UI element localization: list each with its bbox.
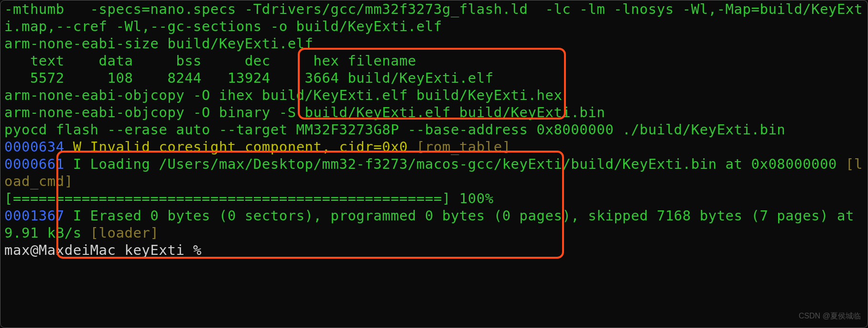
output-line: -mthumb -specs=nano.specs -Tdrivers/gcc/… xyxy=(4,1,863,34)
terminal-output: -mthumb -specs=nano.specs -Tdrivers/gcc/… xyxy=(4,0,864,259)
log-timestamp: 0001367 xyxy=(4,208,65,224)
log-level-warn: W xyxy=(65,139,90,155)
prompt-user-host: max@MaxdeiMac xyxy=(4,242,124,258)
log-message: Loading /Users/max/Desktop/mm32-f3273/ma… xyxy=(90,156,846,172)
size-values: 5572 108 8244 13924 3664 build/KeyExti.e… xyxy=(4,70,494,86)
output-line: arm-none-eabi-objcopy -O binary -S build… xyxy=(4,104,605,120)
terminal-window[interactable]: -mthumb -specs=nano.specs -Tdrivers/gcc/… xyxy=(0,0,868,328)
log-level-info: I xyxy=(65,208,90,224)
watermark-text: CSDN @夏侯城临 xyxy=(799,307,861,325)
prompt-cwd: keyExti xyxy=(124,242,184,258)
progress-bar: [=======================================… xyxy=(4,190,494,207)
size-header: text data bss dec hex filename xyxy=(4,53,416,69)
log-source-tag: [loader] xyxy=(90,225,159,241)
log-level-info: I xyxy=(65,156,90,172)
log-message: Invalid coresight component, cidr=0x0 xyxy=(90,139,416,155)
output-line: pyocd flash --erase auto --target MM32F3… xyxy=(4,121,785,138)
prompt-symbol: % xyxy=(184,242,210,258)
log-timestamp: 0000661 xyxy=(4,156,65,172)
output-line: arm-none-eabi-size build/KeyExti.elf xyxy=(4,35,314,52)
output-line: arm-none-eabi-objcopy -O ihex build/KeyE… xyxy=(4,87,562,103)
log-source-tag: [rom_table] xyxy=(416,139,511,155)
log-timestamp: 0000634 xyxy=(4,139,65,155)
